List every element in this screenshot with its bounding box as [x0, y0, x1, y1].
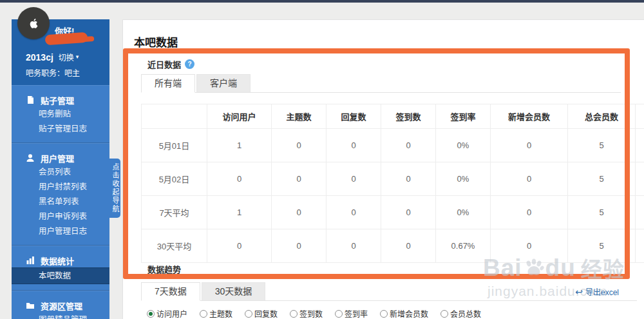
- table-cell: 0: [381, 129, 436, 162]
- app-window: 你好! 2013cj 切换 ▾ 吧务职务：吧主 贴子管理吧务删贴贴子管理日志用户…: [0, 0, 644, 319]
- metric-radio[interactable]: 签到数: [290, 308, 323, 319]
- metric-radio-label: 新增会员数: [390, 308, 428, 319]
- table-cell: 0: [272, 162, 327, 196]
- table-cell: 0%: [436, 196, 491, 229]
- table-header-cell: 总会员数: [568, 104, 636, 129]
- radio-icon[interactable]: [335, 310, 343, 318]
- document-icon: [26, 95, 35, 104]
- sidebar-section: 数据统计本吧数据: [12, 246, 109, 291]
- metric-radio[interactable]: 主题数: [200, 308, 232, 319]
- admin-sidebar: 你好! 2013cj 切换 ▾ 吧务职务：吧主 贴子管理吧务删贴贴子管理日志用户…: [12, 19, 109, 319]
- trend-tab[interactable]: 30天数据: [202, 282, 266, 300]
- metric-radio[interactable]: 回复数: [245, 308, 278, 319]
- radio-icon[interactable]: [440, 310, 448, 318]
- table-cell: 0: [381, 162, 436, 196]
- table-cell: 0: [491, 196, 568, 229]
- question-help-icon[interactable]: ?: [185, 59, 194, 69]
- sidebar-section: 用户管理会员列表用户封禁列表黑名单列表用户申诉列表用户管理日志: [12, 143, 109, 246]
- radio-checked-icon[interactable]: [147, 310, 155, 318]
- table-row: 5月02日00000%05: [142, 162, 644, 196]
- sidebar-section-label: 数据统计: [41, 255, 74, 267]
- recent-data-section-title: 近日数据 ?: [147, 58, 194, 70]
- table-cell: 5: [568, 229, 636, 263]
- table-header-cell: 新增会员数: [491, 104, 568, 129]
- sidebar-item[interactable]: 贴子管理日志: [12, 122, 109, 137]
- table-cell: 0: [327, 162, 381, 196]
- sidebar-section-label: 贴子管理: [41, 94, 74, 106]
- table-cell: 0: [491, 229, 568, 263]
- trend-section-title: 数据趋势: [147, 263, 181, 275]
- collapse-nav-tab[interactable]: 点击收起导航: [109, 159, 120, 218]
- sidebar-item[interactable]: 用户封禁列表: [12, 180, 109, 195]
- metric-radio-label: 签到率: [345, 308, 368, 319]
- recent-data-tabs: 所有端客户端: [141, 74, 621, 93]
- table-cell: 0: [327, 129, 381, 162]
- export-excel-link[interactable]: ↩ 导出excel: [575, 286, 619, 297]
- table-cell: 0: [491, 129, 568, 162]
- sidebar-item[interactable]: 用户管理日志: [12, 224, 109, 239]
- table-cell: 0: [272, 129, 327, 162]
- user-icon: [26, 153, 35, 162]
- sidebar-section-title[interactable]: 用户管理: [12, 151, 109, 165]
- account-row: 2013cj 切换 ▾: [26, 52, 79, 63]
- radio-icon[interactable]: [290, 310, 298, 318]
- recent-tab-active[interactable]: 所有端: [141, 74, 195, 93]
- top-browser-strip: [0, 0, 644, 3]
- table-cell: 0.67%: [436, 229, 491, 263]
- table-header-row: 访问用户主题数回复数签到数签到率新增会员数总会员数: [142, 104, 644, 129]
- sidebar-item[interactable]: 图册精品管理: [12, 313, 109, 319]
- sidebar-item-current[interactable]: 本吧数据: [12, 267, 109, 284]
- table-row: 5月01日10000%05: [142, 129, 644, 162]
- trend-tabs: 7天数据30天数据: [141, 282, 637, 301]
- row-label: 5月01日: [142, 129, 207, 162]
- table-header-cell: [142, 104, 207, 129]
- metric-radio[interactable]: 新增会员数: [380, 308, 428, 319]
- table-cell: 0: [207, 229, 272, 263]
- table-cell: 0%: [436, 129, 491, 162]
- radio-icon[interactable]: [245, 310, 252, 318]
- metric-radio-label: 签到数: [299, 308, 323, 319]
- sidebar-section-title[interactable]: 贴子管理: [12, 93, 109, 107]
- radio-icon[interactable]: [380, 310, 388, 318]
- metric-radio-group: 访问用户主题数回复数签到数签到率新增会员数会员总数: [147, 308, 481, 319]
- table-cell: 0: [381, 229, 436, 263]
- role-label: 吧务职务：吧主: [26, 67, 80, 78]
- metric-radio[interactable]: 访问用户: [147, 308, 187, 319]
- sidebar-section-title[interactable]: 数据统计: [12, 253, 109, 267]
- metric-radio-label: 会员总数: [450, 308, 481, 319]
- stats-table-wrap: 访问用户主题数回复数签到数签到率新增会员数总会员数 5月01日10000%055…: [141, 104, 644, 263]
- chevron-down-icon: ▾: [76, 54, 79, 60]
- sidebar-menu: 贴子管理吧务删贴贴子管理日志用户管理会员列表用户封禁列表黑名单列表用户申诉列表用…: [12, 85, 109, 319]
- switch-label: 切换: [59, 52, 74, 63]
- sidebar-section-label: 资源区管理: [41, 300, 82, 312]
- recent-tab[interactable]: 客户端: [196, 74, 251, 92]
- sidebar-item[interactable]: 吧务删贴: [12, 107, 109, 122]
- trend-tab-active[interactable]: 7天数据: [141, 282, 200, 301]
- sidebar-item[interactable]: 用户申诉列表: [12, 209, 109, 224]
- metric-radio[interactable]: 签到率: [335, 308, 368, 319]
- sidebar-item[interactable]: 会员列表: [12, 165, 109, 180]
- table-cell: 0: [327, 196, 381, 229]
- metric-radio[interactable]: 会员总数: [440, 308, 481, 319]
- table-cell: 0: [272, 229, 327, 263]
- table-cell: 0: [207, 162, 272, 196]
- table-cell: 0: [381, 196, 436, 229]
- table-cell: 0%: [436, 162, 491, 196]
- switch-account-button[interactable]: 切换 ▾: [59, 52, 79, 63]
- sidebar-section-title[interactable]: 资源区管理: [12, 298, 109, 313]
- account-name: 2013cj: [26, 52, 53, 63]
- recent-data-label: 近日数据: [147, 58, 181, 70]
- table-header-cell: 签到数: [381, 104, 436, 129]
- radio-icon[interactable]: [200, 310, 207, 318]
- table-header-cell: 主题数: [272, 104, 327, 129]
- row-label: 7天平均: [142, 196, 207, 229]
- metric-radio-label: 主题数: [209, 308, 232, 319]
- sidebar-section: 贴子管理吧务删贴贴子管理日志: [12, 85, 109, 143]
- table-row: 30天平均00000.67%05: [142, 229, 644, 263]
- avatar[interactable]: [17, 7, 50, 39]
- sidebar-item[interactable]: 黑名单列表: [12, 195, 109, 209]
- table-cell: [636, 229, 644, 263]
- folder-icon: [26, 301, 35, 310]
- row-label: 5月02日: [142, 162, 207, 196]
- row-label: 30天平均: [142, 229, 207, 263]
